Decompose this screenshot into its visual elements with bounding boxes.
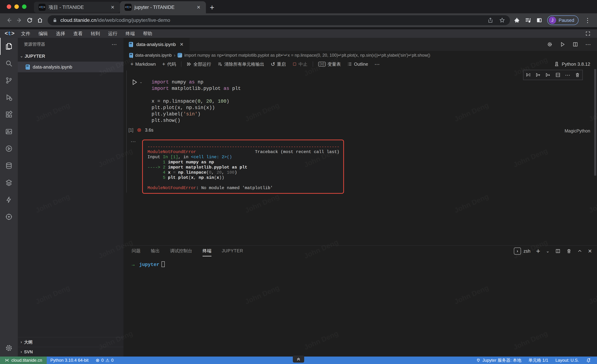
clear-outputs-button[interactable]: 清除所有单元格输出 [215,61,267,67]
reload-button[interactable] [24,15,35,25]
run-all-button[interactable]: 全部运行 [184,61,214,67]
browser-tab-project[interactable]: <t> 项目 - TITANIDE ✕ [34,2,120,13]
file-item-notebook[interactable]: data-analysis.ipynb [18,62,124,72]
kill-terminal-icon[interactable] [566,248,572,254]
breadcrumb: data-analysis.ipynb › import numpy as np… [124,51,597,60]
back-button[interactable] [4,15,14,25]
media-preview-icon[interactable] [0,123,18,140]
database-icon[interactable] [0,157,18,174]
cell-code-editor[interactable]: import numpy as npimport matplotlib.pypl… [152,79,241,124]
cell-language-label[interactable]: MagicPython [565,128,590,133]
add-markdown-button[interactable]: +Markdown [128,61,158,67]
close-window-button[interactable] [7,4,11,9]
maximize-panel-chevron-icon[interactable] [577,248,582,254]
toolbar-more-icon[interactable]: ⋯ [372,61,383,67]
home-button[interactable] [35,15,45,25]
remote-indicator[interactable]: cloud.titanide.cn [0,356,47,364]
execute-below-icon[interactable] [545,72,551,77]
terminal-content[interactable]: →jupyter [124,256,597,356]
browser-menu-kebab-icon[interactable]: ⋮ [583,17,592,24]
cell-more-icon[interactable]: ⋯ [565,72,570,78]
target-icon[interactable] [0,208,18,225]
menu-selection[interactable]: 选择 [52,31,69,37]
close-tab-icon[interactable]: ✕ [196,5,201,10]
execute-above-icon[interactable] [535,72,541,77]
cell-position-status[interactable]: 单元格 1/1 [525,357,552,363]
editor-more-icon[interactable]: ⋯ [585,41,591,48]
split-editor-icon[interactable] [573,42,578,47]
layers-icon[interactable] [0,174,18,191]
extensions-puzzle-icon[interactable] [514,17,520,23]
menu-view[interactable]: 查看 [69,31,87,37]
breadcrumb-file[interactable]: data-analysis.ipynb [135,53,172,58]
shell-label: zsh [523,248,530,254]
menu-terminal[interactable]: 终端 [122,31,139,37]
close-tab-icon[interactable]: ✕ [110,5,115,10]
run-debug-icon[interactable] [0,89,18,106]
variables-button[interactable]: (x)变量表 [315,61,344,67]
menu-edit[interactable]: 编辑 [34,31,52,37]
execute-cell-and-below-icon[interactable] [526,72,531,77]
terminal-dropdown-chevron-icon[interactable]: ⌄ [546,248,549,254]
share-icon[interactable] [487,17,493,23]
notifications-bell-icon[interactable] [582,358,595,363]
minimize-window-button[interactable] [14,4,19,9]
delete-cell-icon[interactable] [575,72,580,77]
split-cell-icon[interactable] [555,72,561,77]
zoom-window-button[interactable] [22,4,26,9]
kernel-picker[interactable]: Python 3.8.12 [554,62,597,67]
interrupt-button[interactable]: 中止 [290,61,310,67]
breadcrumb-cell-code[interactable]: import numpy as np↵import matplotlib.pyp… [184,53,430,58]
editor-gear-icon[interactable] [547,42,553,47]
source-control-icon[interactable] [0,72,18,89]
browser-tab-jupyter[interactable]: <t> jupyter - TITANIDE ✕ [120,1,206,13]
bookmark-star-icon[interactable] [499,17,505,23]
split-terminal-icon[interactable] [555,248,561,254]
jupyter-server-status[interactable]: Jupyter 服务器: 本地 [472,357,525,363]
add-code-button[interactable]: +代码 [160,61,179,67]
sidebar-section-jupyter[interactable]: ⌄ JUPYTER [18,51,124,62]
editor-tab-notebook[interactable]: data-analysis.ipynb ✕ [124,38,189,51]
restore-panel-button[interactable] [293,356,304,363]
menu-goto[interactable]: 转到 [87,31,104,37]
side-panel-icon[interactable] [536,17,542,23]
panel-tab-output[interactable]: 输出 [151,246,160,256]
close-editor-icon[interactable]: ✕ [179,42,184,47]
new-tab-button[interactable]: + [206,3,216,13]
close-panel-icon[interactable]: ✕ [588,248,592,254]
problems-status[interactable]: ⊗0 ⚠0 [92,358,117,363]
panel-tab-jupyter[interactable]: JUPYTER [222,246,243,256]
explorer-icon[interactable] [0,38,18,55]
media-playlist-icon[interactable] [525,17,531,23]
run-circle-icon[interactable] [0,140,18,157]
address-bar[interactable]: cloud.titanide.cn/ide/web/coding/jupyter… [48,15,510,25]
menu-run[interactable]: 运行 [104,31,122,37]
terminal-shell-selector[interactable]: › zsh [514,248,530,255]
browser-profile-button[interactable]: J Paused [547,15,579,25]
run-cell-button[interactable]: ⌄ [131,79,142,86]
run-options-chevron-icon[interactable]: ⌄ [140,80,142,84]
sidebar-section-svn[interactable]: › SVN [18,347,124,356]
output-collapse-icon[interactable]: ⋯ [131,138,136,145]
keyboard-layout-status[interactable]: Layout: U.S. [552,358,582,363]
panel-tab-terminal[interactable]: 终端 [203,246,212,256]
run-editor-icon[interactable] [560,42,565,47]
lightning-icon[interactable] [0,191,18,208]
settings-gear-icon[interactable] [0,340,18,356]
new-terminal-icon[interactable]: + [536,247,540,255]
menu-file[interactable]: 文件 [17,31,34,37]
python-interpreter-status[interactable]: Python 3.10.4 64-bit [47,358,92,363]
traceback-line: 1 import numpy as np [148,160,339,165]
panel-tab-debug-console[interactable]: 调试控制台 [170,246,192,256]
forward-button[interactable] [14,15,24,25]
editor-scrollbar[interactable] [594,69,596,176]
extensions-icon[interactable] [0,106,18,123]
menu-help[interactable]: 帮助 [139,31,156,37]
fullscreen-icon[interactable] [585,31,593,36]
restart-button[interactable]: ↺重启 [268,61,288,67]
sidebar-section-outline[interactable]: › 大纲 [18,337,124,347]
outline-button[interactable]: Outline [345,62,371,67]
explorer-more-icon[interactable]: ⋯ [112,41,118,47]
panel-tab-problems[interactable]: 问题 [132,246,141,256]
search-icon[interactable] [0,55,18,72]
